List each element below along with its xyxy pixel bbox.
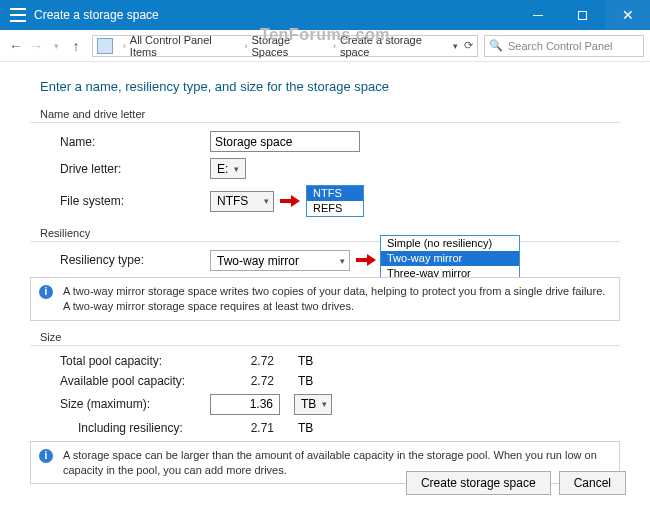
resiliency-option[interactable]: Two-way mirror [381, 251, 519, 266]
size-max-input[interactable] [210, 394, 280, 415]
search-input[interactable]: 🔍 Search Control Panel [484, 35, 644, 57]
drive-letter-label: Drive letter: [60, 162, 210, 176]
name-input[interactable] [210, 131, 360, 152]
filesystem-dropdown[interactable]: NTFS▾ [210, 191, 274, 212]
avail-pool-value: 2.72 [210, 374, 280, 388]
resiliency-info: i A two-way mirror storage space writes … [30, 277, 620, 321]
filesystem-options-open[interactable]: NTFS REFS [306, 185, 364, 217]
divider [30, 122, 620, 123]
resiliency-type-label: Resiliency type: [60, 250, 210, 267]
info-icon: i [39, 449, 53, 463]
controlpanel-icon [97, 38, 113, 54]
size-max-label: Size (maximum): [60, 397, 210, 411]
section-size: Size [40, 331, 620, 343]
info-icon: i [39, 285, 53, 299]
size-unit-dropdown[interactable]: TB▾ [294, 394, 332, 415]
name-label: Name: [60, 135, 210, 149]
incl-res-value: 2.71 [210, 421, 280, 435]
breadcrumb-dropdown-icon[interactable]: ▾ [453, 41, 458, 51]
refresh-icon[interactable]: ⟳ [464, 39, 473, 52]
annotation-arrow-icon [280, 194, 300, 208]
total-pool-label: Total pool capacity: [60, 354, 210, 368]
search-placeholder: Search Control Panel [508, 40, 613, 52]
filesystem-option[interactable]: NTFS [307, 186, 363, 201]
divider [30, 345, 620, 346]
filesystem-option[interactable]: REFS [307, 201, 363, 216]
recent-dropdown[interactable]: ▾ [46, 41, 66, 51]
window-title: Create a storage space [34, 8, 159, 22]
breadcrumb-item[interactable]: All Control Panel Items [130, 34, 241, 58]
create-storage-space-button[interactable]: Create storage space [406, 471, 551, 495]
navbar: ← → ▾ ↑ › All Control Panel Items › Stor… [0, 30, 650, 62]
resiliency-option[interactable]: Simple (no resiliency) [381, 236, 519, 251]
page-heading: Enter a name, resiliency type, and size … [40, 79, 620, 94]
section-resiliency: Resiliency [40, 227, 620, 239]
minimize-button[interactable] [515, 0, 560, 30]
section-name-drive: Name and drive letter [40, 108, 620, 120]
incl-res-label: Including resiliency: [60, 421, 210, 435]
back-button[interactable]: ← [6, 38, 26, 54]
search-icon: 🔍 [489, 39, 503, 52]
incl-res-unit: TB [298, 421, 313, 435]
annotation-arrow-icon [356, 253, 376, 267]
window-controls: ✕ [515, 0, 650, 30]
content-area: Enter a name, resiliency type, and size … [0, 62, 650, 484]
total-pool-value: 2.72 [210, 354, 280, 368]
breadcrumb-item[interactable]: Storage Spaces [252, 34, 329, 58]
up-button[interactable]: ↑ [66, 38, 86, 54]
divider [30, 241, 620, 242]
avail-pool-unit: TB [298, 374, 313, 388]
resiliency-type-dropdown[interactable]: Two-way mirror▾ [210, 250, 350, 271]
avail-pool-label: Available pool capacity: [60, 374, 210, 388]
button-bar: Create storage space Cancel [406, 471, 626, 495]
titlebar: Create a storage space ✕ [0, 0, 650, 30]
breadcrumb[interactable]: › All Control Panel Items › Storage Spac… [92, 35, 478, 57]
filesystem-label: File system: [60, 194, 210, 208]
maximize-button[interactable] [560, 0, 605, 30]
drive-letter-dropdown[interactable]: E:▾ [210, 158, 246, 179]
breadcrumb-item[interactable]: Create a storage space [340, 34, 453, 58]
close-button[interactable]: ✕ [605, 0, 650, 30]
forward-button[interactable]: → [26, 38, 46, 54]
controlpanel-icon [10, 8, 26, 22]
total-pool-unit: TB [298, 354, 313, 368]
cancel-button[interactable]: Cancel [559, 471, 626, 495]
